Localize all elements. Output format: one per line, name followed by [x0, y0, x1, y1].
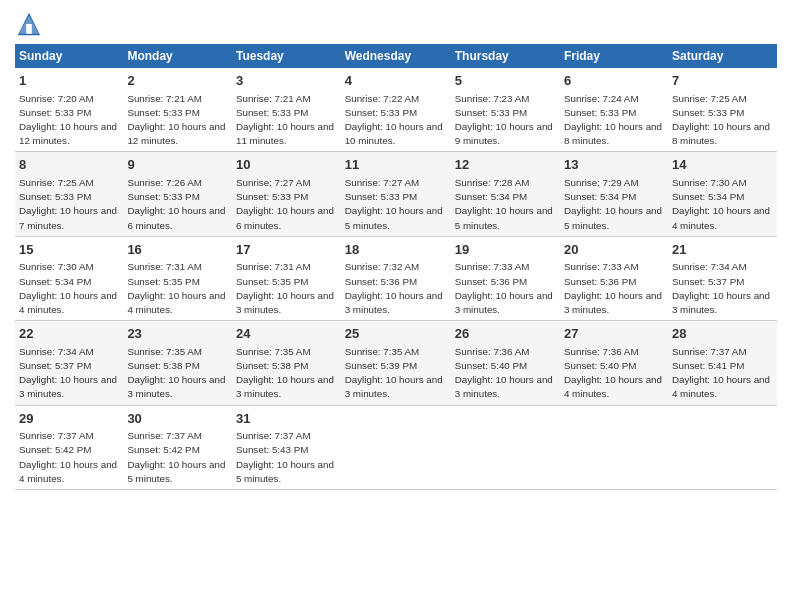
week-row-3: 15Sunrise: 7:30 AM Sunset: 5:34 PM Dayli…: [15, 236, 777, 320]
calendar-cell: [451, 405, 560, 489]
day-number: 31: [236, 410, 337, 428]
day-number: 25: [345, 325, 447, 343]
calendar-cell: 13Sunrise: 7:29 AM Sunset: 5:34 PM Dayli…: [560, 152, 668, 236]
day-number: 23: [127, 325, 228, 343]
day-info: Sunrise: 7:31 AM Sunset: 5:35 PM Dayligh…: [236, 261, 334, 315]
day-number: 17: [236, 241, 337, 259]
calendar-cell: [560, 405, 668, 489]
day-info: Sunrise: 7:37 AM Sunset: 5:42 PM Dayligh…: [127, 430, 225, 484]
day-info: Sunrise: 7:36 AM Sunset: 5:40 PM Dayligh…: [564, 346, 662, 400]
header-row: SundayMondayTuesdayWednesdayThursdayFrid…: [15, 44, 777, 68]
calendar-cell: [341, 405, 451, 489]
col-header-friday: Friday: [560, 44, 668, 68]
col-header-thursday: Thursday: [451, 44, 560, 68]
calendar-table: SundayMondayTuesdayWednesdayThursdayFrid…: [15, 44, 777, 490]
week-row-5: 29Sunrise: 7:37 AM Sunset: 5:42 PM Dayli…: [15, 405, 777, 489]
day-info: Sunrise: 7:30 AM Sunset: 5:34 PM Dayligh…: [672, 177, 770, 231]
calendar-cell: 3Sunrise: 7:21 AM Sunset: 5:33 PM Daylig…: [232, 68, 341, 152]
day-number: 28: [672, 325, 773, 343]
calendar-cell: 4Sunrise: 7:22 AM Sunset: 5:33 PM Daylig…: [341, 68, 451, 152]
day-info: Sunrise: 7:28 AM Sunset: 5:34 PM Dayligh…: [455, 177, 553, 231]
calendar-cell: 31Sunrise: 7:37 AM Sunset: 5:43 PM Dayli…: [232, 405, 341, 489]
day-info: Sunrise: 7:27 AM Sunset: 5:33 PM Dayligh…: [345, 177, 443, 231]
calendar-cell: 12Sunrise: 7:28 AM Sunset: 5:34 PM Dayli…: [451, 152, 560, 236]
col-header-monday: Monday: [123, 44, 232, 68]
col-header-tuesday: Tuesday: [232, 44, 341, 68]
calendar-cell: 9Sunrise: 7:26 AM Sunset: 5:33 PM Daylig…: [123, 152, 232, 236]
col-header-sunday: Sunday: [15, 44, 123, 68]
calendar-body: 1Sunrise: 7:20 AM Sunset: 5:33 PM Daylig…: [15, 68, 777, 490]
col-header-saturday: Saturday: [668, 44, 777, 68]
header: [15, 10, 777, 38]
day-info: Sunrise: 7:20 AM Sunset: 5:33 PM Dayligh…: [19, 93, 117, 147]
calendar-header: SundayMondayTuesdayWednesdayThursdayFrid…: [15, 44, 777, 68]
day-number: 14: [672, 156, 773, 174]
day-info: Sunrise: 7:37 AM Sunset: 5:41 PM Dayligh…: [672, 346, 770, 400]
day-number: 21: [672, 241, 773, 259]
calendar-cell: 11Sunrise: 7:27 AM Sunset: 5:33 PM Dayli…: [341, 152, 451, 236]
day-number: 13: [564, 156, 664, 174]
day-info: Sunrise: 7:30 AM Sunset: 5:34 PM Dayligh…: [19, 261, 117, 315]
day-info: Sunrise: 7:21 AM Sunset: 5:33 PM Dayligh…: [127, 93, 225, 147]
day-info: Sunrise: 7:35 AM Sunset: 5:38 PM Dayligh…: [127, 346, 225, 400]
day-number: 3: [236, 72, 337, 90]
calendar-cell: 10Sunrise: 7:27 AM Sunset: 5:33 PM Dayli…: [232, 152, 341, 236]
week-row-2: 8Sunrise: 7:25 AM Sunset: 5:33 PM Daylig…: [15, 152, 777, 236]
calendar-cell: 7Sunrise: 7:25 AM Sunset: 5:33 PM Daylig…: [668, 68, 777, 152]
day-number: 11: [345, 156, 447, 174]
calendar-cell: 15Sunrise: 7:30 AM Sunset: 5:34 PM Dayli…: [15, 236, 123, 320]
day-info: Sunrise: 7:37 AM Sunset: 5:42 PM Dayligh…: [19, 430, 117, 484]
day-info: Sunrise: 7:32 AM Sunset: 5:36 PM Dayligh…: [345, 261, 443, 315]
week-row-4: 22Sunrise: 7:34 AM Sunset: 5:37 PM Dayli…: [15, 321, 777, 405]
day-number: 15: [19, 241, 119, 259]
day-number: 5: [455, 72, 556, 90]
day-number: 2: [127, 72, 228, 90]
calendar-cell: 14Sunrise: 7:30 AM Sunset: 5:34 PM Dayli…: [668, 152, 777, 236]
day-number: 19: [455, 241, 556, 259]
col-header-wednesday: Wednesday: [341, 44, 451, 68]
calendar-cell: 18Sunrise: 7:32 AM Sunset: 5:36 PM Dayli…: [341, 236, 451, 320]
calendar-cell: 8Sunrise: 7:25 AM Sunset: 5:33 PM Daylig…: [15, 152, 123, 236]
calendar-cell: 20Sunrise: 7:33 AM Sunset: 5:36 PM Dayli…: [560, 236, 668, 320]
calendar-cell: 2Sunrise: 7:21 AM Sunset: 5:33 PM Daylig…: [123, 68, 232, 152]
day-number: 7: [672, 72, 773, 90]
calendar-cell: 27Sunrise: 7:36 AM Sunset: 5:40 PM Dayli…: [560, 321, 668, 405]
calendar-cell: 22Sunrise: 7:34 AM Sunset: 5:37 PM Dayli…: [15, 321, 123, 405]
calendar-cell: 21Sunrise: 7:34 AM Sunset: 5:37 PM Dayli…: [668, 236, 777, 320]
day-info: Sunrise: 7:29 AM Sunset: 5:34 PM Dayligh…: [564, 177, 662, 231]
calendar-cell: 24Sunrise: 7:35 AM Sunset: 5:38 PM Dayli…: [232, 321, 341, 405]
day-number: 24: [236, 325, 337, 343]
day-info: Sunrise: 7:21 AM Sunset: 5:33 PM Dayligh…: [236, 93, 334, 147]
day-info: Sunrise: 7:33 AM Sunset: 5:36 PM Dayligh…: [564, 261, 662, 315]
day-info: Sunrise: 7:22 AM Sunset: 5:33 PM Dayligh…: [345, 93, 443, 147]
day-number: 1: [19, 72, 119, 90]
calendar-cell: 16Sunrise: 7:31 AM Sunset: 5:35 PM Dayli…: [123, 236, 232, 320]
day-number: 30: [127, 410, 228, 428]
calendar-cell: 5Sunrise: 7:23 AM Sunset: 5:33 PM Daylig…: [451, 68, 560, 152]
day-number: 12: [455, 156, 556, 174]
day-number: 8: [19, 156, 119, 174]
calendar-cell: [668, 405, 777, 489]
day-number: 6: [564, 72, 664, 90]
day-info: Sunrise: 7:24 AM Sunset: 5:33 PM Dayligh…: [564, 93, 662, 147]
svg-rect-2: [26, 24, 32, 34]
calendar-cell: 17Sunrise: 7:31 AM Sunset: 5:35 PM Dayli…: [232, 236, 341, 320]
day-info: Sunrise: 7:23 AM Sunset: 5:33 PM Dayligh…: [455, 93, 553, 147]
day-number: 27: [564, 325, 664, 343]
day-info: Sunrise: 7:35 AM Sunset: 5:38 PM Dayligh…: [236, 346, 334, 400]
day-info: Sunrise: 7:33 AM Sunset: 5:36 PM Dayligh…: [455, 261, 553, 315]
day-info: Sunrise: 7:37 AM Sunset: 5:43 PM Dayligh…: [236, 430, 334, 484]
day-number: 16: [127, 241, 228, 259]
day-info: Sunrise: 7:36 AM Sunset: 5:40 PM Dayligh…: [455, 346, 553, 400]
calendar-cell: 1Sunrise: 7:20 AM Sunset: 5:33 PM Daylig…: [15, 68, 123, 152]
logo-icon: [15, 10, 43, 38]
calendar-cell: 28Sunrise: 7:37 AM Sunset: 5:41 PM Dayli…: [668, 321, 777, 405]
day-info: Sunrise: 7:25 AM Sunset: 5:33 PM Dayligh…: [672, 93, 770, 147]
day-number: 26: [455, 325, 556, 343]
day-info: Sunrise: 7:34 AM Sunset: 5:37 PM Dayligh…: [19, 346, 117, 400]
day-info: Sunrise: 7:31 AM Sunset: 5:35 PM Dayligh…: [127, 261, 225, 315]
calendar-cell: 19Sunrise: 7:33 AM Sunset: 5:36 PM Dayli…: [451, 236, 560, 320]
day-info: Sunrise: 7:27 AM Sunset: 5:33 PM Dayligh…: [236, 177, 334, 231]
day-info: Sunrise: 7:34 AM Sunset: 5:37 PM Dayligh…: [672, 261, 770, 315]
day-number: 9: [127, 156, 228, 174]
